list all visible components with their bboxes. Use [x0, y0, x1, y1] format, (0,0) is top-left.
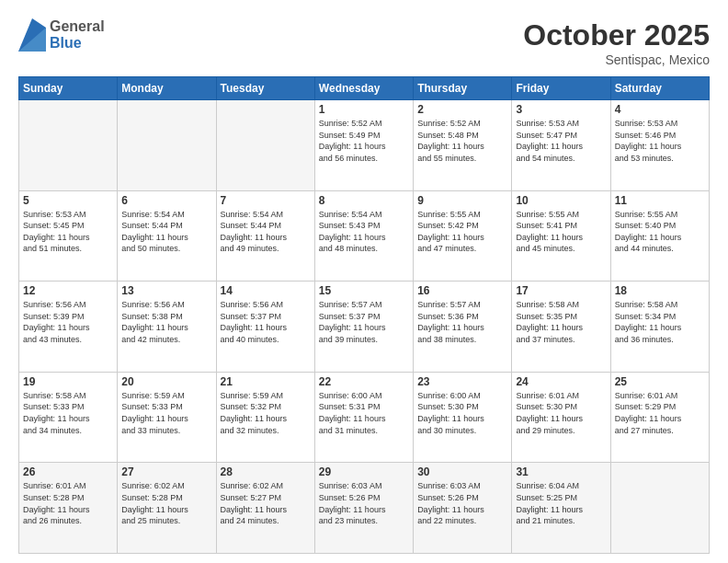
header: General Blue October 2025 Sentispac, Mex… [18, 18, 710, 67]
day-number: 7 [221, 194, 311, 207]
day-info: Sunrise: 6:03 AM Sunset: 5:26 PM Dayligh… [417, 480, 507, 526]
day-info: Sunrise: 5:58 AM Sunset: 5:35 PM Dayligh… [516, 299, 606, 345]
day-number: 6 [121, 194, 211, 207]
day-number: 21 [221, 375, 311, 388]
calendar-cell: 29Sunrise: 6:03 AM Sunset: 5:26 PM Dayli… [314, 463, 413, 554]
calendar-cell: 3Sunrise: 5:53 AM Sunset: 5:47 PM Daylig… [512, 100, 610, 191]
day-number: 8 [319, 194, 409, 207]
day-info: Sunrise: 5:54 AM Sunset: 5:44 PM Dayligh… [121, 209, 211, 255]
calendar-cell: 19Sunrise: 5:58 AM Sunset: 5:33 PM Dayli… [19, 372, 118, 463]
calendar-week-row: 1Sunrise: 5:52 AM Sunset: 5:49 PM Daylig… [19, 100, 710, 191]
day-number: 25 [615, 375, 705, 388]
day-info: Sunrise: 5:59 AM Sunset: 5:32 PM Dayligh… [221, 390, 311, 436]
calendar-week-row: 26Sunrise: 6:01 AM Sunset: 5:28 PM Dayli… [19, 463, 710, 554]
location: Sentispac, Mexico [523, 52, 710, 67]
day-number: 24 [516, 375, 606, 388]
calendar-cell: 10Sunrise: 5:55 AM Sunset: 5:41 PM Dayli… [512, 190, 610, 282]
calendar-cell [19, 100, 118, 191]
calendar-cell: 22Sunrise: 6:00 AM Sunset: 5:31 PM Dayli… [314, 372, 413, 463]
logo: General Blue [18, 18, 105, 52]
calendar-cell: 16Sunrise: 5:57 AM Sunset: 5:36 PM Dayli… [414, 282, 512, 373]
calendar-cell: 26Sunrise: 6:01 AM Sunset: 5:28 PM Dayli… [19, 463, 118, 554]
calendar-cell: 18Sunrise: 5:58 AM Sunset: 5:34 PM Dayli… [610, 282, 709, 373]
calendar-cell: 12Sunrise: 5:56 AM Sunset: 5:39 PM Dayli… [19, 282, 118, 373]
day-number: 13 [121, 284, 211, 297]
calendar-week-row: 12Sunrise: 5:56 AM Sunset: 5:39 PM Dayli… [19, 282, 710, 373]
calendar-cell: 2Sunrise: 5:52 AM Sunset: 5:48 PM Daylig… [414, 100, 512, 191]
day-info: Sunrise: 6:04 AM Sunset: 5:25 PM Dayligh… [516, 480, 606, 526]
logo-icon [18, 18, 46, 52]
calendar-day-header: Tuesday [216, 77, 314, 100]
calendar-cell: 24Sunrise: 6:01 AM Sunset: 5:30 PM Dayli… [512, 372, 610, 463]
day-number: 2 [417, 103, 507, 116]
calendar-cell: 1Sunrise: 5:52 AM Sunset: 5:49 PM Daylig… [314, 100, 413, 191]
page: General Blue October 2025 Sentispac, Mex… [0, 0, 728, 563]
day-info: Sunrise: 5:55 AM Sunset: 5:41 PM Dayligh… [516, 209, 606, 255]
calendar-cell: 5Sunrise: 5:53 AM Sunset: 5:45 PM Daylig… [19, 190, 118, 282]
day-info: Sunrise: 5:52 AM Sunset: 5:48 PM Dayligh… [417, 118, 507, 164]
day-number: 9 [417, 194, 507, 207]
day-info: Sunrise: 6:02 AM Sunset: 5:28 PM Dayligh… [121, 480, 211, 526]
day-info: Sunrise: 5:53 AM Sunset: 5:46 PM Dayligh… [615, 118, 705, 164]
day-info: Sunrise: 5:54 AM Sunset: 5:43 PM Dayligh… [319, 209, 409, 255]
calendar-table: SundayMondayTuesdayWednesdayThursdayFrid… [18, 76, 710, 554]
day-info: Sunrise: 5:56 AM Sunset: 5:37 PM Dayligh… [221, 299, 311, 345]
day-number: 16 [417, 284, 507, 297]
day-number: 14 [221, 284, 311, 297]
calendar-cell: 4Sunrise: 5:53 AM Sunset: 5:46 PM Daylig… [610, 100, 709, 191]
day-number: 20 [121, 375, 211, 388]
day-info: Sunrise: 6:01 AM Sunset: 5:29 PM Dayligh… [615, 390, 705, 436]
calendar-cell: 23Sunrise: 6:00 AM Sunset: 5:30 PM Dayli… [414, 372, 512, 463]
day-info: Sunrise: 5:55 AM Sunset: 5:40 PM Dayligh… [615, 209, 705, 255]
calendar-cell: 30Sunrise: 6:03 AM Sunset: 5:26 PM Dayli… [414, 463, 512, 554]
calendar-header-row: SundayMondayTuesdayWednesdayThursdayFrid… [19, 77, 710, 100]
calendar-week-row: 19Sunrise: 5:58 AM Sunset: 5:33 PM Dayli… [19, 372, 710, 463]
day-number: 29 [319, 465, 409, 478]
calendar-cell: 28Sunrise: 6:02 AM Sunset: 5:27 PM Dayli… [216, 463, 314, 554]
day-number: 27 [121, 465, 211, 478]
title-block: October 2025 Sentispac, Mexico [523, 18, 710, 67]
day-info: Sunrise: 5:53 AM Sunset: 5:47 PM Dayligh… [516, 118, 606, 164]
calendar-cell: 25Sunrise: 6:01 AM Sunset: 5:29 PM Dayli… [610, 372, 709, 463]
calendar-cell: 21Sunrise: 5:59 AM Sunset: 5:32 PM Dayli… [216, 372, 314, 463]
logo-blue: Blue [50, 35, 105, 52]
day-info: Sunrise: 5:53 AM Sunset: 5:45 PM Dayligh… [23, 209, 113, 255]
calendar-cell: 7Sunrise: 5:54 AM Sunset: 5:44 PM Daylig… [216, 190, 314, 282]
day-info: Sunrise: 5:54 AM Sunset: 5:44 PM Dayligh… [221, 209, 311, 255]
calendar-day-header: Friday [512, 77, 610, 100]
calendar-day-header: Wednesday [314, 77, 413, 100]
logo-general: General [50, 18, 105, 35]
day-number: 19 [23, 375, 113, 388]
day-number: 4 [615, 103, 705, 116]
logo-text: General Blue [50, 18, 105, 51]
day-info: Sunrise: 6:01 AM Sunset: 5:28 PM Dayligh… [23, 480, 113, 526]
calendar-cell: 8Sunrise: 5:54 AM Sunset: 5:43 PM Daylig… [314, 190, 413, 282]
day-info: Sunrise: 5:55 AM Sunset: 5:42 PM Dayligh… [417, 209, 507, 255]
day-info: Sunrise: 5:58 AM Sunset: 5:34 PM Dayligh… [615, 299, 705, 345]
day-info: Sunrise: 6:03 AM Sunset: 5:26 PM Dayligh… [319, 480, 409, 526]
calendar-cell: 27Sunrise: 6:02 AM Sunset: 5:28 PM Dayli… [118, 463, 216, 554]
day-info: Sunrise: 5:56 AM Sunset: 5:39 PM Dayligh… [23, 299, 113, 345]
day-info: Sunrise: 5:52 AM Sunset: 5:49 PM Dayligh… [319, 118, 409, 164]
day-info: Sunrise: 6:02 AM Sunset: 5:27 PM Dayligh… [221, 480, 311, 526]
calendar-cell: 31Sunrise: 6:04 AM Sunset: 5:25 PM Dayli… [512, 463, 610, 554]
calendar-cell [118, 100, 216, 191]
day-number: 1 [319, 103, 409, 116]
day-info: Sunrise: 6:01 AM Sunset: 5:30 PM Dayligh… [516, 390, 606, 436]
day-number: 11 [615, 194, 705, 207]
calendar-cell: 15Sunrise: 5:57 AM Sunset: 5:37 PM Dayli… [314, 282, 413, 373]
day-info: Sunrise: 5:58 AM Sunset: 5:33 PM Dayligh… [23, 390, 113, 436]
calendar-cell: 14Sunrise: 5:56 AM Sunset: 5:37 PM Dayli… [216, 282, 314, 373]
day-number: 31 [516, 465, 606, 478]
calendar-day-header: Sunday [19, 77, 118, 100]
day-number: 15 [319, 284, 409, 297]
day-number: 17 [516, 284, 606, 297]
day-info: Sunrise: 5:57 AM Sunset: 5:36 PM Dayligh… [417, 299, 507, 345]
day-number: 5 [23, 194, 113, 207]
calendar-day-header: Monday [118, 77, 216, 100]
calendar-cell: 13Sunrise: 5:56 AM Sunset: 5:38 PM Dayli… [118, 282, 216, 373]
day-number: 10 [516, 194, 606, 207]
day-number: 30 [417, 465, 507, 478]
day-info: Sunrise: 6:00 AM Sunset: 5:31 PM Dayligh… [319, 390, 409, 436]
calendar-cell [216, 100, 314, 191]
